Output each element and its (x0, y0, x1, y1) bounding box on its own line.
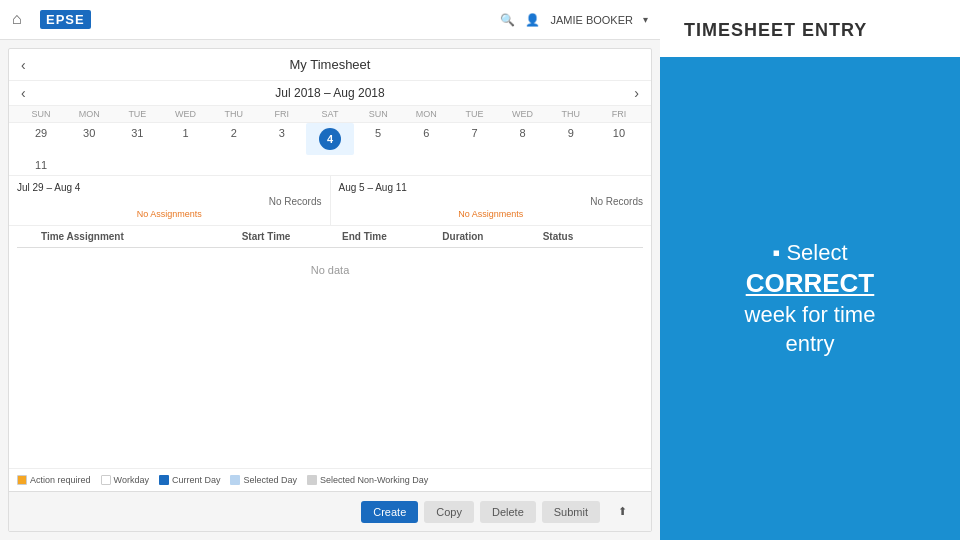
week-1-block[interactable]: Jul 29 – Aug 4 No Records No Assignments (9, 176, 331, 225)
no-data-message: No data (17, 248, 643, 292)
day-header-thu2: THU (547, 106, 595, 122)
user-name: JAMIE BOOKER (550, 14, 633, 26)
period-label: Jul 2018 – Aug 2018 (275, 86, 384, 100)
col-start-time: Start Time (242, 231, 342, 242)
legend-dot-current (159, 475, 169, 485)
day-header-mon1: MON (65, 106, 113, 122)
week-1-status: No Records (17, 196, 322, 207)
week-1-label: Jul 29 – Aug 4 (17, 182, 322, 193)
day-4-selected[interactable]: 4 (306, 123, 354, 155)
correct-word: CORRECT (745, 267, 876, 301)
week-2-label: Aug 5 – Aug 11 (339, 182, 644, 193)
delete-button[interactable]: Delete (480, 501, 536, 523)
legend: Action required Workday Current Day Sele… (9, 468, 651, 491)
top-bar: ⌂ EPSE 🔍 👤 JAMIE BOOKER ▾ (0, 0, 660, 40)
col-checkbox (17, 231, 41, 242)
day-5[interactable]: 5 (354, 123, 402, 155)
day-3[interactable]: 3 (258, 123, 306, 155)
day-header-tue1: TUE (113, 106, 161, 122)
home-icon[interactable]: ⌂ (12, 10, 32, 30)
legend-action-label: Action required (30, 475, 91, 485)
day-6[interactable]: 6 (402, 123, 450, 155)
right-top-section: TIMESHEET ENTRY (660, 0, 960, 57)
right-blue-section: ▪ Select CORRECT week for time entry (660, 57, 960, 540)
legend-non-working: Selected Non-Working Day (307, 475, 428, 485)
select-text: Select (786, 240, 847, 265)
legend-action: Action required (17, 475, 91, 485)
day-header-sun1: SUN (17, 106, 65, 122)
day-29[interactable]: 29 (17, 123, 65, 155)
bullet-point: ▪ (772, 240, 786, 265)
table-section: Time Assignment Start Time End Time Dura… (9, 226, 651, 468)
legend-current: Current Day (159, 475, 221, 485)
col-time-assignment: Time Assignment (41, 231, 242, 242)
day-header-fri1: FRI (258, 106, 306, 122)
content-line3: entry (786, 331, 835, 356)
day-header-sun2: SUN (354, 106, 402, 122)
legend-workday: Workday (101, 475, 149, 485)
day-7[interactable]: 7 (450, 123, 498, 155)
calendar-nav: ‹ Jul 2018 – Aug 2018 › (9, 81, 651, 106)
legend-workday-label: Workday (114, 475, 149, 485)
legend-selected-label: Selected Day (243, 475, 297, 485)
col-end-time: End Time (342, 231, 442, 242)
day-header-mon2: MON (402, 106, 450, 122)
share-button[interactable]: ⬆ (606, 500, 639, 523)
day-8[interactable]: 8 (499, 123, 547, 155)
day-header-tue2: TUE (450, 106, 498, 122)
day-9[interactable]: 9 (547, 123, 595, 155)
day-header-fri2: FRI (595, 106, 643, 122)
week-2-note: No Assignments (339, 209, 644, 219)
top-bar-left: ⌂ EPSE (12, 10, 91, 30)
day-numbers-row: 29 30 31 1 2 3 4 5 6 7 8 9 10 11 (9, 123, 651, 176)
bottom-toolbar: Create Copy Delete Submit ⬆ (9, 491, 651, 531)
app-logo: EPSE (40, 10, 91, 29)
right-blue-content: ▪ Select CORRECT week for time entry (745, 239, 876, 359)
week-2-block[interactable]: Aug 5 – Aug 11 No Records No Assignments (331, 176, 652, 225)
week-1-note: No Assignments (17, 209, 322, 219)
week-2-status: No Records (339, 196, 644, 207)
table-header: Time Assignment Start Time End Time Dura… (17, 226, 643, 248)
top-bar-right: 🔍 👤 JAMIE BOOKER ▾ (500, 13, 648, 27)
content-line2: week for time (745, 302, 876, 327)
weeks-section: Jul 29 – Aug 4 No Records No Assignments… (9, 176, 651, 226)
legend-non-working-label: Selected Non-Working Day (320, 475, 428, 485)
submit-button[interactable]: Submit (542, 501, 600, 523)
legend-dot-workday (101, 475, 111, 485)
left-panel: ⌂ EPSE 🔍 👤 JAMIE BOOKER ▾ ‹ My Timesheet… (0, 0, 660, 540)
col-duration: Duration (442, 231, 542, 242)
day-header-sat1: SAT (306, 106, 354, 122)
cal-prev-arrow[interactable]: ‹ (21, 85, 26, 101)
back-arrow[interactable]: ‹ (21, 57, 26, 73)
legend-dot-action (17, 475, 27, 485)
day-31[interactable]: 31 (113, 123, 161, 155)
legend-dot-selected (230, 475, 240, 485)
day-10[interactable]: 10 (595, 123, 643, 155)
day-headers-row: SUN MON TUE WED THU FRI SAT SUN MON TUE … (9, 106, 651, 123)
section-title: TIMESHEET ENTRY (684, 20, 936, 41)
create-button[interactable]: Create (361, 501, 418, 523)
cal-next-arrow[interactable]: › (634, 85, 639, 101)
day-4-highlight[interactable]: 4 (319, 128, 341, 150)
col-status: Status (543, 231, 643, 242)
user-icon: 👤 (525, 13, 540, 27)
day-11[interactable]: 11 (17, 155, 65, 175)
timesheet-title: My Timesheet (290, 57, 371, 72)
day-header-wed2: WED (499, 106, 547, 122)
day-30[interactable]: 30 (65, 123, 113, 155)
day-1[interactable]: 1 (161, 123, 209, 155)
day-2[interactable]: 2 (210, 123, 258, 155)
day-header-thu1: THU (210, 106, 258, 122)
timesheet-main: ‹ My Timesheet ‹ Jul 2018 – Aug 2018 › S… (8, 48, 652, 532)
legend-dot-non-working (307, 475, 317, 485)
timesheet-header: ‹ My Timesheet (9, 49, 651, 81)
legend-current-label: Current Day (172, 475, 221, 485)
user-menu-chevron[interactable]: ▾ (643, 14, 648, 25)
search-icon[interactable]: 🔍 (500, 13, 515, 27)
legend-selected: Selected Day (230, 475, 297, 485)
right-panel: TIMESHEET ENTRY ▪ Select CORRECT week fo… (660, 0, 960, 540)
day-header-wed1: WED (161, 106, 209, 122)
copy-button[interactable]: Copy (424, 501, 474, 523)
